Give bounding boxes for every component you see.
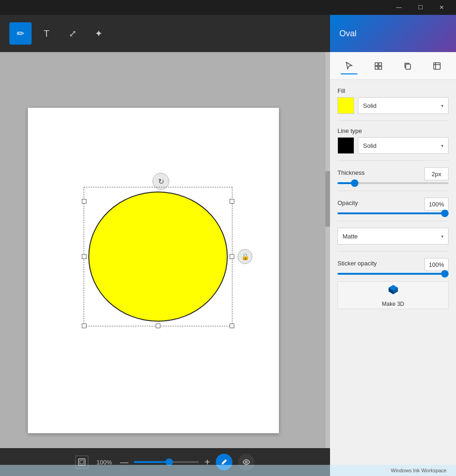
opacity-section: Opacity 100% [337, 198, 449, 214]
handle-bot-right[interactable] [230, 324, 234, 328]
thickness-label: Thickness [337, 169, 365, 176]
sticker-opacity-header: Sticker opacity 100% [337, 258, 449, 271]
panel-copy-tool[interactable] [399, 58, 416, 74]
oval-shape[interactable] [88, 192, 228, 322]
fill-color-swatch[interactable] [337, 97, 354, 114]
svg-rect-6 [379, 66, 382, 69]
svg-rect-5 [375, 66, 378, 69]
line-type-label: Line type [337, 127, 449, 134]
windows-ink-bar: Windows Ink Workspace [0, 465, 456, 476]
effect-section: Matte ▾ [337, 228, 449, 245]
sticker-opacity-value[interactable]: 100% [424, 258, 449, 271]
divider-1 [337, 120, 449, 121]
make3d-label: Make 3D [382, 301, 404, 307]
fill-style-dropdown[interactable]: Solid ▾ [358, 97, 449, 114]
line-type-row: Solid ▾ [337, 137, 449, 154]
handle-bot-left[interactable] [82, 324, 86, 328]
zoom-slider-fill [134, 461, 169, 463]
make3d-icon [387, 283, 400, 299]
text-tool-button[interactable]: T [35, 22, 58, 45]
opacity-value[interactable]: 100% [424, 198, 449, 211]
line-color-swatch[interactable] [337, 137, 354, 154]
thickness-value[interactable]: 2px [424, 167, 449, 180]
line-type-section: Line type Solid ▾ [337, 127, 449, 154]
sticker-opacity-slider[interactable] [337, 273, 449, 275]
svg-rect-4 [379, 63, 382, 66]
line-dropdown-arrow: ▾ [441, 143, 443, 148]
divider-5 [337, 251, 449, 251]
panel-content: Fill Solid ▾ Line type Solid ▾ [330, 80, 456, 476]
panel-header: Oval [330, 15, 456, 52]
thickness-section: Thickness 2px [337, 167, 449, 184]
fill-section: Fill Solid ▾ [337, 87, 449, 114]
thickness-slider[interactable] [337, 182, 449, 184]
panel-grid-tool[interactable] [370, 58, 387, 74]
opacity-thumb[interactable] [441, 210, 449, 217]
windows-ink-label: Windows Ink Workspace [391, 468, 447, 473]
oval-container[interactable]: ↻ 🔒 [84, 173, 232, 326]
crop-tool-button[interactable]: ⤢ [61, 22, 84, 45]
make3d-button[interactable]: Make 3D [337, 281, 449, 309]
divider-3 [337, 191, 449, 191]
lock-handle[interactable]: 🔒 [238, 249, 252, 264]
svg-rect-1 [80, 460, 84, 464]
pen-tool-button[interactable]: ✏ [9, 22, 32, 45]
divider-4 [337, 221, 449, 221]
handle-bot-mid[interactable] [156, 324, 160, 328]
svg-rect-8 [434, 63, 440, 69]
right-panel: Oval [330, 15, 456, 476]
handle-top-left[interactable] [82, 199, 86, 204]
opacity-label: Opacity [337, 199, 358, 206]
effect-dropdown-arrow: ▾ [441, 234, 443, 239]
thickness-header: Thickness 2px [337, 167, 449, 180]
panel-tools [330, 52, 456, 80]
close-button[interactable]: ✕ [431, 0, 452, 15]
settings-tool-button[interactable]: ✦ [87, 22, 110, 45]
svg-rect-3 [375, 63, 378, 66]
scrollbar-thumb[interactable] [325, 171, 330, 227]
zoom-slider[interactable] [134, 461, 199, 463]
canvas-scrollbar[interactable] [325, 52, 330, 448]
panel-title: Oval [339, 29, 357, 39]
panel-select-tool[interactable] [341, 58, 357, 74]
line-style-label: Solid [363, 142, 377, 149]
canvas-paper: ↻ 🔒 [28, 108, 279, 433]
sticker-opacity-label: Sticker opacity [337, 260, 377, 267]
toolbar: ✏ T ⤢ ✦ [0, 15, 330, 52]
fill-dropdown-arrow: ▾ [441, 103, 443, 108]
thickness-thumb[interactable] [351, 179, 358, 187]
fill-style-label: Solid [363, 102, 377, 109]
minimize-button[interactable]: — [388, 0, 410, 15]
effect-label: Matte [343, 233, 358, 240]
svg-rect-0 [79, 459, 85, 465]
fill-row: Solid ▾ [337, 97, 449, 114]
title-bar: — ☐ ✕ [0, 0, 456, 15]
sticker-opacity-thumb[interactable] [441, 270, 449, 278]
svg-rect-7 [406, 64, 410, 69]
maximize-button[interactable]: ☐ [410, 0, 431, 15]
divider-2 [337, 160, 449, 161]
opacity-slider[interactable] [337, 212, 449, 214]
handle-top-right[interactable] [230, 199, 234, 204]
panel-transform-tool[interactable] [429, 58, 445, 74]
opacity-fill [337, 212, 449, 214]
effect-dropdown[interactable]: Matte ▾ [337, 228, 449, 245]
fill-label: Fill [337, 87, 449, 94]
svg-point-2 [245, 461, 247, 463]
handle-mid-left[interactable] [82, 254, 86, 259]
sticker-opacity-section: Sticker opacity 100% [337, 258, 449, 275]
line-style-dropdown[interactable]: Solid ▾ [358, 137, 449, 154]
sticker-opacity-fill [337, 273, 449, 275]
opacity-header: Opacity 100% [337, 198, 449, 211]
canvas-area[interactable]: ↻ 🔒 [0, 52, 330, 448]
handle-mid-right[interactable]: 🔒 [230, 254, 234, 259]
